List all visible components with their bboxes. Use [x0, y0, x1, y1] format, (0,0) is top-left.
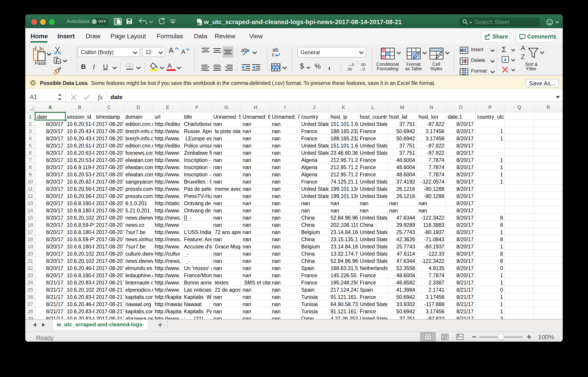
svg-text:x: x [197, 23, 199, 25]
svg-text:.00: .00 [360, 63, 366, 67]
svg-text:a: a [200, 23, 202, 26]
svg-text:.00: .00 [347, 67, 352, 71]
svg-text:c: c [272, 51, 275, 57]
svg-text:←0: ←0 [348, 63, 354, 67]
svg-text:→0: →0 [359, 67, 365, 71]
